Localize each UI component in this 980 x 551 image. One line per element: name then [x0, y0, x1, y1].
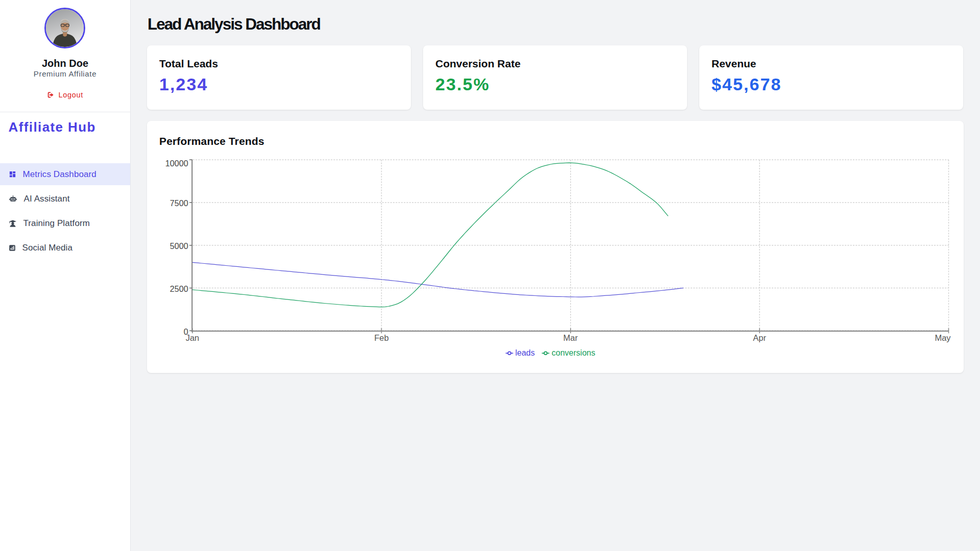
svg-text:conversions: conversions	[552, 348, 595, 357]
svg-text:7500: 7500	[170, 198, 188, 208]
svg-text:Apr: Apr	[753, 333, 766, 342]
svg-text:Mar: Mar	[564, 333, 578, 342]
svg-text:leads: leads	[516, 348, 535, 357]
svg-text:10000: 10000	[165, 159, 188, 168]
svg-text:Jan: Jan	[186, 333, 200, 342]
svg-text:2500: 2500	[170, 284, 188, 293]
svg-text:5000: 5000	[170, 241, 188, 251]
svg-text:May: May	[935, 333, 951, 342]
svg-text:Feb: Feb	[374, 333, 388, 342]
